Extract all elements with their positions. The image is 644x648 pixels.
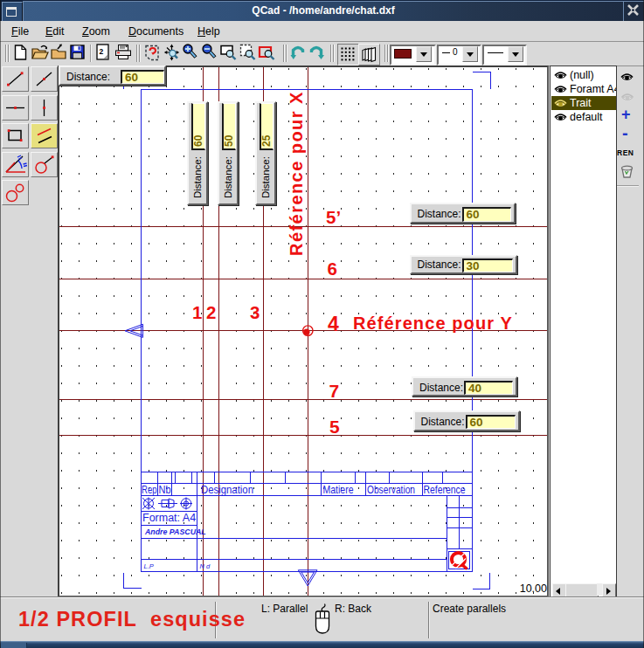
svg-text:Rep: Rep (142, 483, 157, 496)
svg-text:Référence pour X: Référence pour X (287, 91, 306, 256)
svg-text:Observation: Observation (367, 483, 415, 496)
svg-text:Andre PASCUAL: Andre PASCUAL (144, 527, 206, 536)
svg-text:5’: 5’ (326, 207, 341, 227)
svg-text:Format: A4: Format: A4 (142, 512, 196, 524)
svg-text:2: 2 (100, 47, 104, 56)
svg-text:Matiere: Matiere (323, 483, 354, 496)
svg-text:L.P: L.P (144, 562, 154, 570)
svg-text:3: 3 (250, 302, 260, 322)
svg-text:N d: N d (200, 562, 211, 570)
svg-text:5: 5 (329, 417, 340, 437)
svg-text:Reference: Reference (424, 483, 466, 496)
svg-text:Designation: Designation (201, 483, 253, 496)
svg-text:4: 4 (328, 313, 339, 335)
svg-text:7: 7 (329, 381, 340, 401)
svg-text:2: 2 (206, 302, 216, 322)
svg-text:Référence pour Y: Référence pour Y (353, 314, 513, 333)
svg-text:Nb: Nb (159, 483, 171, 496)
svg-text:10.00: 10.00 (520, 583, 547, 595)
svg-text:1: 1 (192, 302, 202, 322)
svg-text:6: 6 (328, 259, 337, 279)
